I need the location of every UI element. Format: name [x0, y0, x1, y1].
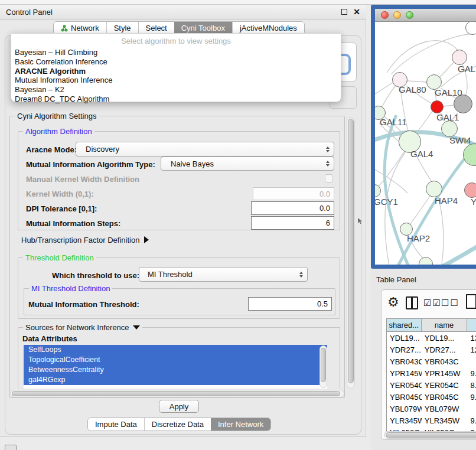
control-panel-title: Control Panel: [6, 8, 53, 17]
node-label: GAL1: [436, 112, 459, 122]
settings-vertical-scrollbar[interactable]: [347, 117, 355, 389]
deselect-all-icon[interactable]: ☐☐: [441, 298, 459, 308]
network-node[interactable]: [452, 50, 467, 65]
network-node[interactable]: [464, 182, 476, 198]
tab-cyni-toolbox[interactable]: Cyni Toolbox: [174, 22, 232, 34]
sources-title-text: Sources for Network Inference: [25, 323, 129, 332]
algorithm-option[interactable]: Bayesian – K2: [11, 85, 341, 94]
table-row[interactable]: YDR27...YDR27...12: [387, 344, 476, 356]
node-label: GAL11: [380, 117, 407, 127]
hub-definition-expander[interactable]: Hub/Transcription Factor Definition: [21, 236, 149, 244]
table-cell: YBR043C: [422, 357, 468, 366]
algorithm-option[interactable]: Mutual Information Inference: [11, 76, 341, 85]
algorithm-definition-title: Algorithm Definition: [23, 127, 94, 136]
dpi-tolerance-field[interactable]: 0.0: [251, 201, 334, 215]
node-label: GAL: [458, 64, 475, 74]
table-cell: 13: [467, 334, 476, 343]
manual-kernel-checkbox[interactable]: [325, 174, 333, 182]
table-row[interactable]: YPR145WYPR145W9.: [387, 367, 476, 379]
data-attributes-list[interactable]: SelfLoopsTopologicalCoefficientBetweenne…: [24, 345, 327, 389]
column-header[interactable]: shared...: [387, 319, 422, 331]
document-icon[interactable]: [466, 294, 476, 309]
table-panel: ⚙ ☑☑ ☐☐ shared...nameA YDL19...YDL19...1…: [381, 289, 476, 440]
mi-threshold-group-title: MI Threshold Definition: [29, 284, 112, 293]
float-window-icon[interactable]: [341, 9, 347, 15]
collapsed-panel-icon[interactable]: [5, 445, 17, 450]
minimize-traffic-light-icon[interactable]: [393, 11, 401, 19]
tab-impute-data[interactable]: Impute Data: [88, 418, 144, 431]
table-row[interactable]: YDL19...YDL19...13: [387, 332, 476, 344]
table-row[interactable]: YBL079WYBL079W: [387, 403, 476, 415]
tab-label: Discretize Data: [152, 420, 204, 429]
tab-style[interactable]: Style: [106, 22, 138, 34]
tab-jactivemnodules[interactable]: jActiveMNodules: [232, 22, 304, 34]
mi-steps-field[interactable]: 6: [251, 216, 334, 230]
table-cell: 9.: [467, 393, 476, 402]
network-window-titlebar[interactable]: [375, 9, 476, 22]
network-canvas[interactable]: GALGAL80GAL10GAL1GAL11SWI4GAL4GCY1HAP4YH…: [375, 22, 476, 265]
table-row[interactable]: YER054CYER054C8.: [387, 379, 476, 391]
table-cell: YBL079W: [387, 405, 422, 413]
select-all-icon[interactable]: ☑☑: [423, 298, 442, 308]
network-node[interactable]: [426, 181, 442, 197]
network-node[interactable]: [431, 100, 444, 113]
algorithm-option[interactable]: Basic Correlation Inference: [11, 57, 341, 67]
control-panel-titlebar: Control Panel ✕: [0, 5, 366, 19]
tab-infer-network[interactable]: Infer Network: [211, 418, 270, 431]
attribute-list-item[interactable]: TopologicalCoefficient: [24, 355, 327, 365]
table-horizontal-scrollbar[interactable]: [384, 431, 476, 439]
table-cell: 8.: [467, 381, 476, 390]
settings-horizontal-scrollbar[interactable]: [10, 390, 344, 397]
algorithm-dropdown: Select algorithm to view settings Bayesi…: [11, 33, 341, 102]
column-header[interactable]: name: [422, 319, 468, 331]
table-cell: YDR27...: [422, 345, 468, 354]
node-label: SWI4: [449, 135, 471, 145]
apply-button[interactable]: Apply: [159, 400, 199, 413]
attribute-list-item[interactable]: BetweennessCentrality: [24, 365, 327, 375]
gear-icon[interactable]: ⚙: [387, 295, 399, 310]
table-cell: YPR145W: [387, 369, 422, 378]
dpi-tolerance-label: DPI Tolerance [0,1]:: [26, 204, 97, 213]
hub-definition-label: Hub/Transcription Factor Definition: [21, 236, 139, 244]
kernel-width-field[interactable]: 0.0: [253, 187, 334, 200]
column-header[interactable]: A: [467, 319, 476, 331]
network-icon: [61, 25, 68, 32]
algorithm-option[interactable]: Dream8 DC_TDC Algorithm: [11, 94, 341, 104]
close-traffic-light-icon[interactable]: [381, 11, 389, 19]
table-cell: YBL079W: [422, 405, 468, 413]
tab-discretize-data[interactable]: Discretize Data: [144, 418, 211, 431]
expander-arrow-icon: [144, 236, 149, 243]
mi-threshold-field[interactable]: 0.5: [248, 297, 332, 311]
sources-group-title[interactable]: Sources for Network Inference: [23, 323, 142, 332]
table-panel-title: Table Panel: [376, 275, 416, 284]
algorithm-option[interactable]: Bayesian – Hill Climbing: [11, 48, 341, 57]
table-cell: YLR345W: [387, 416, 422, 425]
mi-type-label: Mutual Information Algorithm Type:: [26, 160, 155, 169]
aracne-mode-combo[interactable]: Discovery: [76, 142, 334, 156]
table-cell: 12: [467, 345, 476, 354]
close-icon[interactable]: ✕: [353, 9, 360, 15]
tab-select[interactable]: Select: [138, 22, 174, 34]
split-columns-icon[interactable]: [406, 296, 418, 309]
algorithm-option[interactable]: ARACNE Algorithm: [11, 67, 341, 76]
attribute-list-item[interactable]: SelfLoops: [24, 345, 327, 355]
table-cell: YPR145W: [422, 369, 468, 378]
table-row[interactable]: YBR043CYBR043C: [387, 356, 476, 367]
network-view-window[interactable]: GALGAL80GAL10GAL1GAL11SWI4GAL4GCY1HAP4YH…: [371, 5, 476, 269]
attributes-list-scrollbar[interactable]: [319, 345, 327, 388]
settings-group-title: Cyni Algorithm Settings: [15, 112, 99, 120]
tab-network[interactable]: Network: [54, 22, 106, 34]
aracne-mode-value: Discovery: [86, 145, 119, 154]
network-node[interactable]: [441, 120, 458, 137]
zoom-traffic-light-icon[interactable]: [406, 11, 413, 19]
kernel-width-label: Kernel Width (0,1):: [26, 190, 94, 198]
table-row[interactable]: YLR345WYLR345W9.: [387, 415, 476, 426]
which-threshold-combo[interactable]: MI Threshold: [139, 267, 308, 282]
table-row[interactable]: YBR045CYBR045C9.: [387, 391, 476, 403]
mi-type-value: Naive Bayes: [171, 159, 214, 168]
attribute-list-item[interactable]: gal4RGexp: [24, 375, 327, 385]
tab-label: Network: [71, 24, 99, 32]
mi-type-combo[interactable]: Naive Bayes: [161, 156, 334, 171]
node-table: shared...nameA YDL19...YDL19...13YDR27..…: [386, 318, 476, 438]
node-label: GAL10: [435, 87, 462, 97]
